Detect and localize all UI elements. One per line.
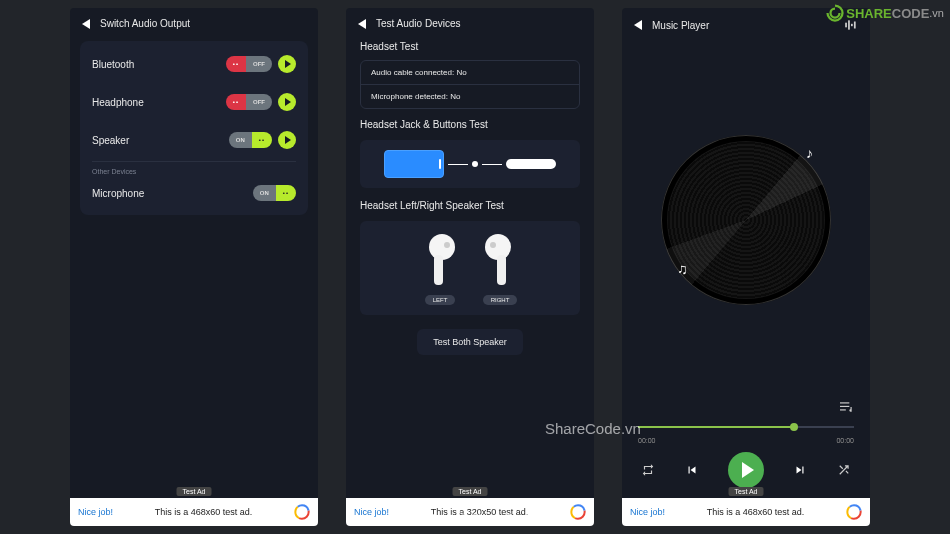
header: Test Audio Devices bbox=[346, 8, 594, 35]
ad-logo-icon bbox=[294, 504, 310, 520]
ad-logo-icon bbox=[846, 504, 862, 520]
page-title: Music Player bbox=[652, 20, 709, 31]
ad-banner[interactable]: Test Ad Nice job! This is a 468x60 test … bbox=[622, 498, 870, 526]
sharecode-logo: SHARECODE.vn bbox=[826, 4, 944, 22]
player-controls bbox=[640, 452, 852, 488]
svg-point-4 bbox=[444, 242, 450, 248]
repeat-icon[interactable] bbox=[640, 462, 656, 478]
audio-cable-status: Audio cable connected: No bbox=[361, 61, 579, 85]
earbud-icon bbox=[480, 233, 520, 289]
row-speaker: Speaker ON •• bbox=[80, 121, 308, 159]
back-icon[interactable] bbox=[358, 19, 366, 29]
toggle-microphone[interactable]: ON •• bbox=[253, 185, 296, 201]
svg-rect-14 bbox=[851, 24, 853, 26]
shuffle-icon[interactable] bbox=[836, 462, 852, 478]
svg-point-3 bbox=[429, 234, 455, 260]
svg-point-6 bbox=[485, 234, 511, 260]
ad-banner[interactable]: Test Ad Nice job! This is a 468x60 test … bbox=[70, 498, 318, 526]
toggle-headphone[interactable]: •• OFF bbox=[226, 94, 272, 110]
ad-nice: Nice job! bbox=[78, 507, 113, 517]
ad-tag: Test Ad bbox=[177, 487, 212, 496]
page-title: Test Audio Devices bbox=[376, 18, 461, 29]
svg-rect-15 bbox=[854, 22, 856, 29]
remote-icon bbox=[506, 159, 556, 169]
row-label: Headphone bbox=[92, 97, 220, 108]
vinyl-disc-icon: ♪ ♫ bbox=[661, 135, 831, 305]
svg-rect-5 bbox=[434, 255, 443, 285]
output-panel: Bluetooth •• OFF Headphone •• OFF Speake… bbox=[80, 41, 308, 215]
svg-point-7 bbox=[490, 242, 496, 248]
other-devices-label: Other Devices bbox=[80, 164, 308, 175]
microphone-status: Microphone detected: No bbox=[361, 85, 579, 108]
toggle-speaker[interactable]: ON •• bbox=[229, 132, 272, 148]
ad-logo-icon bbox=[570, 504, 586, 520]
ad-text: This is a 468x60 test ad. bbox=[671, 507, 840, 517]
ad-nice: Nice job! bbox=[630, 507, 665, 517]
play-icon[interactable] bbox=[278, 131, 296, 149]
phone-icon bbox=[384, 150, 444, 178]
next-icon[interactable] bbox=[792, 462, 808, 478]
time-current: 00:00 bbox=[638, 437, 656, 444]
toggle-bluetooth[interactable]: •• OFF bbox=[226, 56, 272, 72]
screen-test-audio: Test Audio Devices Headset Test Audio ca… bbox=[346, 8, 594, 526]
left-tag: LEFT bbox=[425, 295, 456, 305]
jack-diagram bbox=[360, 140, 580, 188]
row-headphone: Headphone •• OFF bbox=[80, 83, 308, 121]
svg-rect-16 bbox=[840, 402, 849, 403]
back-icon[interactable] bbox=[634, 20, 642, 30]
time-row: 00:00 00:00 bbox=[638, 437, 854, 444]
svg-rect-8 bbox=[497, 255, 506, 285]
slider-thumb[interactable] bbox=[790, 423, 798, 431]
row-label: Speaker bbox=[92, 135, 223, 146]
lr-test-title: Headset Left/Right Speaker Test bbox=[346, 194, 594, 215]
row-label: Bluetooth bbox=[92, 59, 220, 70]
earbuds-panel: LEFT RIGHT bbox=[360, 221, 580, 315]
svg-rect-17 bbox=[840, 406, 849, 407]
headset-info: Audio cable connected: No Microphone det… bbox=[360, 60, 580, 109]
ad-nice: Nice job! bbox=[354, 507, 389, 517]
play-button[interactable] bbox=[728, 452, 764, 488]
svg-rect-18 bbox=[840, 409, 846, 410]
header: Switch Audio Output bbox=[70, 8, 318, 35]
jack-test-title: Headset Jack & Buttons Test bbox=[346, 113, 594, 134]
screen-music-player: Music Player ♪ ♫ 00:00 00:00 Test bbox=[622, 8, 870, 526]
earbud-icon bbox=[420, 233, 460, 289]
page-title: Switch Audio Output bbox=[100, 18, 190, 29]
previous-icon[interactable] bbox=[684, 462, 700, 478]
ad-tag: Test Ad bbox=[453, 487, 488, 496]
test-both-button[interactable]: Test Both Speaker bbox=[417, 329, 523, 355]
play-icon[interactable] bbox=[278, 55, 296, 73]
right-earbud[interactable]: RIGHT bbox=[480, 233, 520, 305]
album-art: ♪ ♫ bbox=[622, 38, 870, 401]
left-earbud[interactable]: LEFT bbox=[420, 233, 460, 305]
watermark-text: ShareCode.vn bbox=[545, 420, 641, 437]
copyright-text: Copyright © ShareCode.vn bbox=[397, 511, 553, 526]
row-microphone: Microphone ON •• bbox=[80, 175, 308, 211]
headset-test-title: Headset Test bbox=[346, 35, 594, 56]
svg-rect-12 bbox=[845, 23, 847, 28]
ad-tag: Test Ad bbox=[729, 487, 764, 496]
right-tag: RIGHT bbox=[483, 295, 518, 305]
row-bluetooth: Bluetooth •• OFF bbox=[80, 45, 308, 83]
music-note-icon: ♫ bbox=[677, 261, 688, 277]
play-icon[interactable] bbox=[278, 93, 296, 111]
screen-switch-audio: Switch Audio Output Bluetooth •• OFF Hea… bbox=[70, 8, 318, 526]
back-icon[interactable] bbox=[82, 19, 90, 29]
divider bbox=[92, 161, 296, 162]
music-note-icon: ♪ bbox=[806, 145, 813, 161]
row-label: Microphone bbox=[92, 188, 247, 199]
progress-slider[interactable] bbox=[638, 421, 854, 433]
time-total: 00:00 bbox=[836, 437, 854, 444]
ad-text: This is a 468x60 test ad. bbox=[119, 507, 288, 517]
playlist-icon[interactable] bbox=[840, 401, 854, 413]
